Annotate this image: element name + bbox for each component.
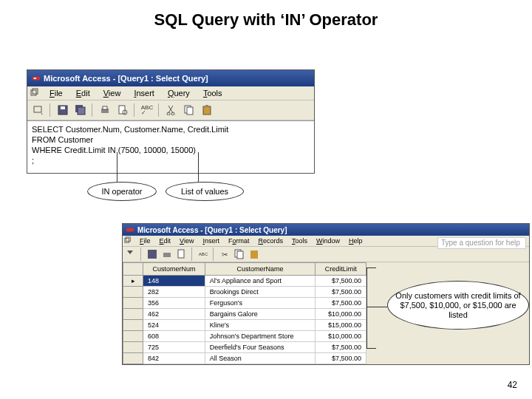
menu-help[interactable]: Help xyxy=(345,237,366,245)
table-row[interactable]: 356Ferguson's$7,500.00 xyxy=(123,298,366,309)
record-selector[interactable] xyxy=(123,320,143,331)
menu-view[interactable]: View xyxy=(176,237,197,245)
print-preview-icon[interactable] xyxy=(175,248,188,261)
column-header-creditlimit[interactable]: CreditLimit xyxy=(316,263,366,276)
print-icon[interactable] xyxy=(97,102,113,118)
menu-window[interactable]: Window xyxy=(313,237,344,245)
annotation-callout-credit-limits: Only customers with credit limits of $7,… xyxy=(387,281,529,330)
menu-view[interactable]: View xyxy=(98,88,127,98)
sql-text-area[interactable]: SELECT Customer.Num, Customer.Name, Cred… xyxy=(27,120,314,173)
view-dropdown-icon[interactable] xyxy=(30,102,47,118)
window-titlebar: Microsoft Access - [Query1 : Select Quer… xyxy=(27,70,314,86)
cut-icon[interactable] xyxy=(163,102,180,118)
restore-icon[interactable] xyxy=(30,88,39,98)
separator xyxy=(158,103,160,117)
table-row[interactable]: ▸148Al's Appliance and Sport$7,500.00 xyxy=(123,276,366,287)
menu-edit[interactable]: Edit xyxy=(70,88,96,98)
paste-icon[interactable] xyxy=(248,248,261,261)
separator xyxy=(92,103,94,117)
svg-rect-11 xyxy=(119,106,125,114)
menu-insert[interactable]: Insert xyxy=(199,237,223,245)
svg-rect-26 xyxy=(237,251,243,259)
save-icon[interactable] xyxy=(55,102,71,118)
svg-rect-3 xyxy=(33,89,38,94)
menu-edit[interactable]: Edit xyxy=(156,237,175,245)
record-selector[interactable] xyxy=(123,342,143,353)
svg-rect-8 xyxy=(78,107,85,115)
separator xyxy=(191,248,194,261)
save-all-icon[interactable] xyxy=(72,102,89,118)
table-row[interactable]: 282Brookings Direct$7,500.00 xyxy=(123,287,366,298)
print-icon[interactable] xyxy=(160,248,174,261)
menu-records[interactable]: Records xyxy=(254,237,287,245)
svg-rect-22 xyxy=(148,250,157,259)
menu-file[interactable]: File xyxy=(136,237,154,245)
table-row[interactable]: 462Bargains Galore$10,000.00 xyxy=(123,309,366,320)
menu-tools[interactable]: Tools xyxy=(197,88,228,98)
datasheet-grid[interactable]: CustomerNum CustomerName CreditLimit ▸14… xyxy=(123,262,366,364)
svg-rect-2 xyxy=(31,90,36,95)
svg-rect-20 xyxy=(125,239,129,243)
record-selector[interactable] xyxy=(123,331,143,342)
menu-file[interactable]: File xyxy=(44,88,69,98)
menu-format[interactable]: Format xyxy=(225,237,253,245)
svg-rect-18 xyxy=(205,105,208,107)
column-header-customername[interactable]: CustomerName xyxy=(205,263,316,276)
window-title-text: Microsoft Access - [Query1 : Select Quer… xyxy=(44,74,208,83)
paste-icon[interactable] xyxy=(199,102,215,118)
separator xyxy=(140,248,143,261)
record-selector[interactable] xyxy=(123,309,143,320)
svg-rect-19 xyxy=(126,228,134,231)
cut-icon[interactable]: ✂ xyxy=(218,248,231,261)
record-selector[interactable] xyxy=(123,353,143,364)
access-key-icon xyxy=(32,74,41,83)
slide-page-number: 42 xyxy=(508,380,517,390)
table-row[interactable]: 608Johnson's Department Store$10,000.00 xyxy=(123,331,366,342)
separator xyxy=(213,248,215,261)
annotation-line xyxy=(366,307,387,307)
menu-tools[interactable]: Tools xyxy=(288,237,311,245)
separator xyxy=(50,103,52,117)
copy-icon[interactable] xyxy=(181,102,197,118)
view-dropdown-icon[interactable] xyxy=(124,248,137,261)
svg-rect-1 xyxy=(34,78,36,79)
column-header-customernum[interactable]: CustomerNum xyxy=(143,263,205,276)
annotation-list-values: List of values xyxy=(166,182,244,201)
menu-insert[interactable]: Insert xyxy=(128,88,160,98)
svg-rect-27 xyxy=(250,250,258,259)
save-icon[interactable] xyxy=(146,248,159,261)
menu-query[interactable]: Query xyxy=(162,88,196,98)
slide-title: SQL Query with ‘IN’ Operator xyxy=(0,10,532,30)
svg-rect-17 xyxy=(203,106,211,115)
sql-design-window: Microsoft Access - [Query1 : Select Quer… xyxy=(27,69,315,174)
annotation-bracket xyxy=(366,267,376,349)
table-row[interactable]: 725Deerfield's Four Seasons$7,500.00 xyxy=(123,342,366,353)
spellcheck-icon[interactable]: ABC xyxy=(197,248,210,261)
annotation-line xyxy=(117,152,117,182)
toolbar: ABC✓ xyxy=(27,100,314,120)
print-preview-icon[interactable] xyxy=(115,102,131,118)
table-row[interactable]: 842All Season$7,500.00 xyxy=(123,353,366,364)
annotation-in-operator: IN operator xyxy=(87,182,157,201)
svg-rect-23 xyxy=(163,253,171,257)
spellcheck-icon[interactable]: ABC✓ xyxy=(139,102,155,118)
svg-rect-6 xyxy=(61,106,65,109)
record-selector[interactable] xyxy=(123,298,143,309)
help-search-box[interactable]: Type a question for help xyxy=(437,237,526,249)
window-title-text: Microsoft Access - [Query1 : Select Quer… xyxy=(137,226,287,234)
separator xyxy=(134,103,136,117)
table-row[interactable]: 524Kline's$15,000.00 xyxy=(123,320,366,331)
record-selector[interactable] xyxy=(123,287,143,298)
copy-icon[interactable] xyxy=(233,248,246,261)
access-key-icon xyxy=(126,225,134,234)
window-titlebar: Microsoft Access - [Query1 : Select Quer… xyxy=(123,224,529,236)
toolbar: ABC ✂ xyxy=(123,247,529,262)
record-selector-header xyxy=(123,263,143,276)
annotation-line xyxy=(198,152,199,182)
restore-icon[interactable] xyxy=(124,236,132,245)
svg-rect-24 xyxy=(178,250,184,258)
svg-rect-21 xyxy=(126,237,131,242)
svg-rect-16 xyxy=(187,107,193,115)
menubar: File Edit View Insert Format Records Too… xyxy=(123,236,529,247)
record-selector[interactable]: ▸ xyxy=(123,276,143,287)
